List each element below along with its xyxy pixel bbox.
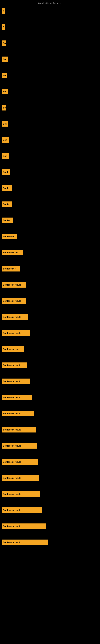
bar-row-10: Bott	[2, 153, 9, 159]
bar-row-34: Bottleneck result	[2, 540, 48, 545]
bar-row-31: Bottleneck result	[2, 491, 40, 497]
bar-row-22: Bottleneck resu	[2, 346, 24, 352]
bar-row-28: Bottleneck result	[2, 443, 37, 448]
bar-row-9: Bott	[2, 137, 9, 143]
bar-row-14: Bottler	[2, 218, 13, 223]
bar-row-27: Bottleneck result	[2, 427, 36, 432]
bar-row-1: B	[2, 8, 5, 14]
bar-row-30: Bottleneck result	[2, 475, 39, 481]
bar-row-13: Bottle	[2, 202, 12, 207]
bar-row-16: Bottleneck resu	[2, 250, 23, 256]
bar-row-24: Bottleneck result	[2, 378, 30, 384]
bar-row-7: Bo	[2, 105, 6, 110]
site-title: TheBottlenecker.com	[0, 0, 100, 6]
bar-row-6: Bott	[2, 89, 8, 94]
bar-row-18: Bottleneck result	[2, 282, 26, 288]
bar-row-20: Bottleneck result	[2, 314, 28, 320]
bar-row-32: Bottleneck result	[2, 507, 42, 513]
bar-row-4: Bot	[2, 56, 8, 62]
bar-row-2: B	[2, 24, 5, 30]
bar-row-23: Bottleneck result	[2, 362, 27, 368]
bar-row-19: Bottleneck result	[2, 298, 26, 304]
bar-row-12: Bottle	[2, 185, 12, 191]
bar-row-5: Bo	[2, 73, 7, 78]
bar-row-15: Bottleneck	[2, 234, 17, 239]
bar-row-26: Bottleneck result	[2, 411, 34, 416]
bar-row-29: Bottleneck result	[2, 459, 38, 465]
bar-row-17: Bottleneck r	[2, 266, 20, 272]
bar-row-25: Bottleneck result	[2, 395, 32, 400]
bars-container: BBBoBotBoBottBoBotBottBottBottlBottleBot…	[0, 6, 100, 545]
bar-row-33: Bottleneck result	[2, 524, 47, 529]
bar-row-3: Bo	[2, 40, 6, 46]
bar-row-8: Bot	[2, 121, 8, 126]
bar-row-21: Bottleneck result	[2, 330, 30, 336]
bar-row-11: Bottl	[2, 169, 10, 175]
